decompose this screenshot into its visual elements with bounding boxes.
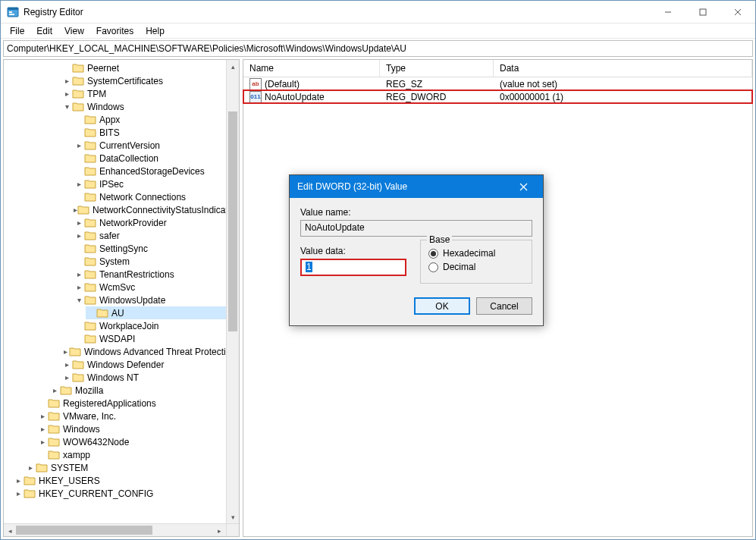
tree-node[interactable]: ▸Appx: [74, 113, 239, 126]
folder-icon: [48, 424, 60, 435]
tree-node[interactable]: ▸xampp: [37, 448, 239, 461]
tree-node[interactable]: ▸Windows NT: [61, 371, 239, 384]
column-header-name[interactable]: Name: [243, 60, 380, 77]
menu-favorites[interactable]: Favorites: [90, 24, 140, 38]
tree-node[interactable]: ▸Peernet: [61, 61, 239, 74]
tree-node[interactable]: ▸EnhancedStorageDevices: [74, 165, 239, 177]
scroll-down-icon[interactable]: ▾: [227, 510, 240, 523]
tree-horizontal-scrollbar[interactable]: ◂ ▸: [4, 523, 226, 536]
tree-node[interactable]: ▸Windows Advanced Threat Protection: [61, 345, 239, 358]
address-text: Computer\HKEY_LOCAL_MACHINE\SOFTWARE\Pol…: [7, 43, 406, 54]
radio-hexadecimal[interactable]: Hexadecimal: [428, 248, 524, 259]
tree-node[interactable]: ▸Windows Defender: [61, 358, 239, 371]
chevron-right-icon[interactable]: ▸: [61, 359, 72, 370]
tree-node[interactable]: ▸Mozilla: [49, 384, 239, 397]
folder-icon: [24, 476, 36, 486]
folder-icon: [84, 140, 96, 151]
value-data: (value not set): [494, 79, 752, 89]
column-header-type[interactable]: Type: [380, 60, 494, 77]
folder-icon: [84, 192, 96, 202]
ok-button[interactable]: OK: [414, 297, 470, 315]
menu-file[interactable]: File: [4, 24, 30, 38]
tree-node-windows[interactable]: ▾Windows: [61, 100, 239, 113]
scroll-up-icon[interactable]: ▴: [227, 60, 240, 73]
folder-icon: [69, 347, 81, 357]
tree-node[interactable]: ▸RegisteredApplications: [37, 397, 239, 410]
chevron-right-icon[interactable]: ▸: [37, 411, 48, 422]
tree-node[interactable]: ▸WorkplaceJoin: [74, 319, 239, 332]
column-header-data[interactable]: Data: [494, 60, 752, 77]
dialog-close-button[interactable]: [508, 175, 538, 198]
column-headers: Name Type Data: [243, 60, 752, 77]
menu-help[interactable]: Help: [140, 24, 171, 38]
menubar: File Edit View Favorites Help: [1, 24, 755, 39]
svg-rect-3: [9, 14, 14, 15]
chevron-right-icon[interactable]: ▸: [37, 437, 48, 447]
value-name-label: Value name:: [300, 207, 532, 218]
edit-dword-dialog: Edit DWORD (32-bit) Value Value name: No…: [289, 174, 544, 326]
radio-decimal[interactable]: Decimal: [428, 262, 524, 272]
chevron-right-icon[interactable]: ▸: [74, 269, 84, 280]
tree-node[interactable]: ▸Network Connections: [74, 190, 239, 203]
scrollbar-thumb[interactable]: [16, 526, 152, 535]
tree-node[interactable]: ▸BITS: [74, 126, 239, 139]
tree-vertical-scrollbar[interactable]: ▴ ▾: [226, 60, 239, 523]
tree-node[interactable]: ▸WOW6432Node: [37, 435, 239, 448]
tree-node[interactable]: ▸IPSec: [74, 177, 239, 190]
tree-node[interactable]: ▸WSDAPI: [74, 332, 239, 345]
tree-node[interactable]: ▸NetworkProvider: [74, 216, 239, 229]
scroll-left-icon[interactable]: ◂: [4, 524, 17, 537]
chevron-right-icon[interactable]: ▸: [74, 282, 84, 293]
chevron-right-icon[interactable]: ▸: [25, 463, 36, 473]
cancel-button[interactable]: Cancel: [476, 297, 532, 315]
chevron-right-icon[interactable]: ▸: [13, 476, 24, 486]
value-data-input[interactable]: 1: [300, 259, 406, 276]
tree-node[interactable]: ▸SystemCertificates: [61, 74, 239, 87]
tree-node[interactable]: ▸TPM: [61, 87, 239, 100]
menu-edit[interactable]: Edit: [30, 24, 58, 38]
folder-icon: [84, 218, 96, 228]
chevron-right-icon[interactable]: ▸: [74, 218, 84, 228]
tree-node[interactable]: ▸NetworkConnectivityStatusIndicator: [74, 203, 239, 216]
registry-tree[interactable]: ▸Peernet ▸SystemCertificates ▸TPM ▾Windo…: [4, 61, 239, 500]
chevron-right-icon[interactable]: ▸: [61, 372, 72, 383]
address-bar[interactable]: Computer\HKEY_LOCAL_MACHINE\SOFTWARE\Pol…: [3, 40, 753, 57]
menu-view[interactable]: View: [58, 24, 90, 38]
folder-icon: [60, 385, 72, 396]
value-row[interactable]: 011NoAutoUpdateREG_DWORD0x00000001 (1): [243, 90, 752, 103]
tree-node-au[interactable]: ▸AU: [86, 306, 239, 319]
value-row[interactable]: ab(Default)REG_SZ(value not set): [243, 77, 752, 90]
tree-node[interactable]: ▸HKEY_USERS: [13, 474, 239, 487]
tree-node[interactable]: ▸VMware, Inc.: [37, 410, 239, 422]
chevron-down-icon[interactable]: ▾: [74, 295, 84, 306]
maximize-button[interactable]: [685, 1, 720, 24]
chevron-right-icon[interactable]: ▸: [13, 488, 24, 499]
value-data: 0x00000001 (1): [494, 92, 752, 102]
tree-node[interactable]: ▸WcmSvc: [74, 281, 239, 294]
tree-node[interactable]: ▸CurrentVersion: [74, 139, 239, 152]
tree-node-windowsupdate[interactable]: ▾WindowsUpdate: [74, 294, 239, 306]
tree-node[interactable]: ▸TenantRestrictions: [74, 268, 239, 281]
dialog-titlebar[interactable]: Edit DWORD (32-bit) Value: [290, 175, 543, 198]
tree-node[interactable]: ▸System: [74, 255, 239, 268]
tree-node[interactable]: ▸SettingSync: [74, 242, 239, 255]
chevron-down-icon[interactable]: ▾: [61, 102, 72, 112]
tree-node[interactable]: ▸DataCollection: [74, 152, 239, 165]
tree-node[interactable]: ▸Windows: [37, 422, 239, 435]
tree-node[interactable]: ▸safer: [74, 229, 239, 242]
close-button[interactable]: [720, 1, 755, 24]
tree-node[interactable]: ▸HKEY_CURRENT_CONFIG: [13, 487, 239, 500]
chevron-right-icon[interactable]: ▸: [61, 347, 69, 357]
folder-icon: [77, 205, 89, 215]
scrollbar-thumb[interactable]: [228, 111, 237, 331]
chevron-right-icon[interactable]: ▸: [74, 231, 84, 241]
folder-icon: [48, 450, 60, 460]
tree-node[interactable]: ▸SYSTEM: [25, 461, 239, 474]
scroll-right-icon[interactable]: ▸: [213, 524, 226, 537]
chevron-right-icon[interactable]: ▸: [37, 424, 48, 435]
chevron-right-icon[interactable]: ▸: [74, 179, 84, 190]
chevron-right-icon[interactable]: ▸: [49, 385, 60, 396]
chevron-right-icon[interactable]: ▸: [74, 140, 84, 151]
value-type: REG_DWORD: [380, 92, 494, 102]
minimize-button[interactable]: [651, 1, 685, 24]
